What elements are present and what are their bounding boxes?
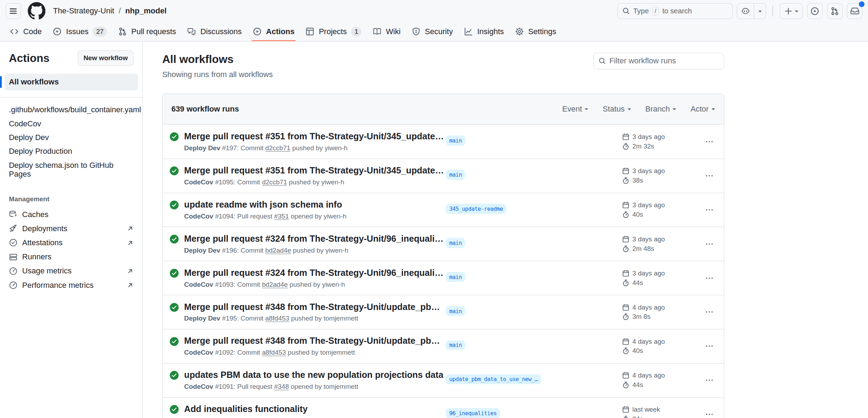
header-divider [772,6,773,17]
run-options-kebab-button[interactable] [703,169,719,183]
sidebar-item-build-container[interactable]: .github/workflows/build_container.yaml [9,103,134,116]
actor-filter-dropdown[interactable]: Actor [690,104,715,114]
commit-link[interactable]: d2ccb71 [265,144,290,152]
tab-pull-requests[interactable]: Pull requests [112,22,182,41]
branch-badge[interactable]: 345_update-readme [446,204,506,214]
run-title-link[interactable]: update readme with json schema info [184,200,347,210]
commit-link[interactable]: #348 [274,383,289,390]
run-title-link[interactable]: Merge pull request #348 from The-Strateg… [184,302,446,312]
sidebar-item-runners[interactable]: Runners [9,250,134,264]
rocket-icon [9,224,18,233]
chevron-down-icon [673,108,676,112]
commit-link[interactable]: d2ccb71 [262,178,287,186]
run-options-kebab-button[interactable] [703,408,719,418]
breadcrumb-repo-link[interactable]: nhp_model [125,6,167,15]
run-date: 4 days ago [632,338,665,346]
sidebar-item-codecov[interactable]: CodeCov [9,117,134,131]
run-options-kebab-button[interactable] [703,135,719,148]
kebab-icon [705,376,714,385]
run-options-kebab-button[interactable] [703,305,719,319]
hamburger-menu-button[interactable] [6,3,21,19]
your-pull-requests-button[interactable] [827,3,843,19]
event-filter-dropdown[interactable]: Event [562,104,588,114]
workflow-run-row: Merge pull request #351 from The-Strateg… [162,159,724,193]
commit-link[interactable]: bd2ad4e [262,281,288,288]
tab-security[interactable]: Security [406,22,458,41]
branch-badge[interactable]: main [446,170,465,179]
run-title-link[interactable]: Merge pull request #324 from The-Strateg… [184,234,446,244]
cache-icon [9,210,18,219]
branch-filter-dropdown[interactable]: Branch [645,104,676,114]
branch-badge[interactable]: main [446,238,465,248]
run-title-link[interactable]: Merge pull request #348 from The-Strateg… [184,336,446,346]
sidebar-item-all-workflows[interactable]: All workflows [5,74,138,90]
run-options-kebab-button[interactable] [703,237,719,251]
branch-badge[interactable]: main [446,340,465,350]
sidebar-item-attestations[interactable]: Attestations [9,236,134,250]
sidebar-item-caches[interactable]: Caches [9,208,134,222]
chevron-down-icon [628,108,631,112]
workflow-run-row: Merge pull request #348 from The-Strateg… [162,329,724,363]
tab-settings[interactable]: Settings [509,22,562,41]
copilot-menu[interactable] [737,4,754,18]
branch-badge[interactable]: main [446,272,465,282]
branch-badge[interactable]: main [446,306,465,316]
run-timing: 4 days ago 40s [622,338,703,355]
run-options-kebab-button[interactable] [703,271,719,285]
run-title-link[interactable]: updates PBM data to use the new populati… [184,370,444,380]
management-section: Management Caches Deployments Attestatio… [9,193,134,292]
run-title-link[interactable]: Merge pull request #324 from The-Strateg… [184,268,446,278]
commit-link[interactable]: a8fd453 [265,315,289,322]
github-logo[interactable] [28,2,45,20]
commit-link[interactable]: a8fd453 [262,349,286,356]
tab-projects[interactable]: Projects 1 [300,22,367,41]
sidebar-item-usage-metrics[interactable]: Usage metrics [9,264,134,278]
run-meta: CodeCov #1095: Commit d2ccb71 pushed by … [184,178,446,186]
tab-discussions[interactable]: Discussions [182,22,247,41]
stopwatch-icon [622,211,630,218]
sidebar-item-performance-metrics[interactable]: Performance metrics [9,278,134,292]
breadcrumb-org-link[interactable]: The-Strategy-Unit [53,6,114,15]
code-icon [10,27,19,36]
create-new-button[interactable] [780,3,803,19]
tab-issues[interactable]: Issues 27 [47,22,112,41]
commit-link[interactable]: #351 [274,213,289,220]
run-date: 4 days ago [632,304,665,311]
copilot-dropdown[interactable] [754,4,765,18]
run-title-link[interactable]: Merge pull request #351 from The-Strateg… [184,165,446,176]
tab-code[interactable]: Code [5,22,47,41]
branch-cell: main [446,340,622,352]
calendar-icon [622,304,630,311]
kebab-icon [705,205,714,214]
stopwatch-icon [622,415,630,418]
page-title: All workflows [162,53,273,66]
status-filter-dropdown[interactable]: Status [603,104,631,114]
your-issues-button[interactable] [807,3,823,19]
branch-badge[interactable]: update_pbm_data_to_use_new_… [446,374,541,384]
new-workflow-button[interactable]: New workflow [78,50,134,66]
search-input[interactable]: Type / to search [617,3,733,19]
sidebar-item-deployments[interactable]: Deployments [9,222,134,236]
branch-badge[interactable]: 96_inequalities [446,408,500,418]
sidebar-item-deploy-dev[interactable]: Deploy Dev [9,131,134,144]
main-content: All workflows Showing runs from all work… [143,42,868,418]
tab-actions[interactable]: Actions [247,22,300,41]
tab-wiki[interactable]: Wiki [367,22,406,41]
tab-insights[interactable]: Insights [458,22,509,41]
inbox-button[interactable] [847,3,862,19]
sidebar-item-deploy-schema[interactable]: Deploy schema.json to GitHub Pages [9,158,134,181]
chevron-down-icon [795,11,798,14]
run-options-kebab-button[interactable] [703,203,719,217]
run-options-kebab-button[interactable] [703,374,719,387]
success-check-icon [170,201,179,209]
run-options-kebab-button[interactable] [703,340,719,353]
sidebar-item-deploy-production[interactable]: Deploy Production [9,144,134,158]
run-title-link[interactable]: Add inequalities functionality [184,404,360,414]
commit-link[interactable]: bd2ad4e [265,247,291,254]
run-timing: 4 days ago 3m 8s [622,304,703,321]
filter-workflow-runs-input[interactable] [609,56,719,65]
meter-icon [9,281,18,290]
run-title-link[interactable]: Merge pull request #351 from The-Strateg… [184,131,446,141]
branch-badge[interactable]: main [446,135,465,145]
workflow-name: CodeCov [184,281,213,288]
